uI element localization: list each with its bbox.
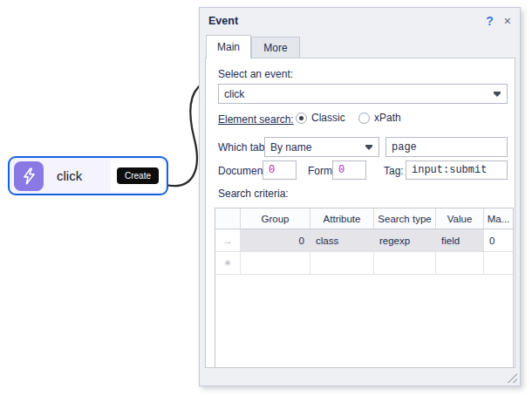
workflow-canvas: click Create Event ? × Main More Select … (0, 0, 532, 396)
table-new-row[interactable]: ✳ (215, 252, 513, 275)
radio-xpath-label: xPath (374, 112, 401, 124)
col-selector (215, 208, 241, 229)
dialog-titlebar[interactable]: Event ? × (200, 8, 520, 34)
tag-input[interactable]: input:submit (406, 160, 508, 180)
current-row-arrow-icon: → (215, 229, 241, 252)
chevron-down-icon (365, 147, 372, 150)
which-tab-name-input[interactable]: page (385, 137, 508, 157)
tab-main[interactable]: Main (206, 35, 251, 58)
search-criteria-label: Search criteria: (218, 188, 289, 200)
tab-more[interactable]: More (251, 37, 300, 58)
which-tab-select-value: By name (270, 141, 311, 154)
lightning-icon (14, 161, 44, 191)
which-tab-label: Which tab: (218, 141, 268, 154)
document-input[interactable]: 0 (263, 160, 297, 180)
node-action-area: Create (111, 160, 165, 192)
create-button[interactable]: Create (117, 167, 159, 184)
close-icon[interactable]: × (504, 14, 511, 28)
document-label: Document: (218, 165, 269, 177)
radio-classic[interactable]: Classic (296, 112, 345, 124)
help-icon[interactable]: ? (486, 14, 494, 28)
cell-value[interactable]: field (436, 229, 484, 252)
cell-ma[interactable] (484, 252, 513, 275)
tag-label: Tag: (384, 165, 404, 177)
event-node[interactable]: click Create (8, 156, 168, 195)
table-row[interactable]: → 0 class regexp field 0 (215, 229, 513, 252)
cell-group[interactable]: 0 (241, 229, 310, 252)
radio-classic-label: Classic (311, 112, 345, 124)
dialog-title: Event (208, 15, 238, 27)
col-group[interactable]: Group (241, 208, 310, 229)
form-input[interactable]: 0 (332, 160, 366, 180)
cell-search-type[interactable]: regexp (374, 229, 436, 252)
which-tab-name-value: page (392, 141, 417, 154)
event-select-value: click (224, 88, 244, 100)
form-label: Form: (308, 165, 335, 177)
col-attribute[interactable]: Attribute (310, 208, 374, 229)
tag-value: input:submit (412, 164, 487, 176)
new-row-icon: ✳ (215, 252, 241, 275)
radio-xpath[interactable]: xPath (358, 112, 401, 124)
radio-classic-circle[interactable] (296, 113, 307, 124)
document-value: 0 (269, 164, 275, 176)
cell-attribute[interactable]: class (310, 229, 374, 252)
table-header-row: Group Attribute Search type Value Ma... (215, 208, 513, 229)
element-search-label[interactable]: Element search: (218, 113, 294, 126)
event-select[interactable]: click (218, 84, 508, 104)
tab-strip: Main More (200, 34, 520, 58)
cell-group[interactable] (241, 252, 310, 275)
chevron-down-icon (494, 93, 501, 97)
col-search-type[interactable]: Search type (374, 208, 436, 229)
node-label: click (57, 168, 82, 183)
event-dialog: Event ? × Main More Select an event: cli… (199, 7, 521, 386)
col-ma[interactable]: Ma... (484, 208, 513, 229)
form-value: 0 (338, 164, 344, 176)
search-criteria-table[interactable]: Group Attribute Search type Value Ma... … (215, 208, 514, 368)
cell-attribute[interactable] (310, 252, 374, 275)
resize-grip[interactable] (506, 372, 517, 383)
which-tab-select[interactable]: By name (264, 137, 379, 157)
cell-value[interactable] (436, 252, 484, 275)
select-event-label: Select an event: (218, 68, 293, 80)
main-tab-panel: Select an event: click Element search: C… (205, 58, 515, 368)
col-value[interactable]: Value (436, 208, 484, 229)
cell-search-type[interactable] (374, 252, 436, 275)
cell-ma[interactable]: 0 (484, 229, 513, 252)
radio-xpath-circle[interactable] (358, 113, 370, 124)
